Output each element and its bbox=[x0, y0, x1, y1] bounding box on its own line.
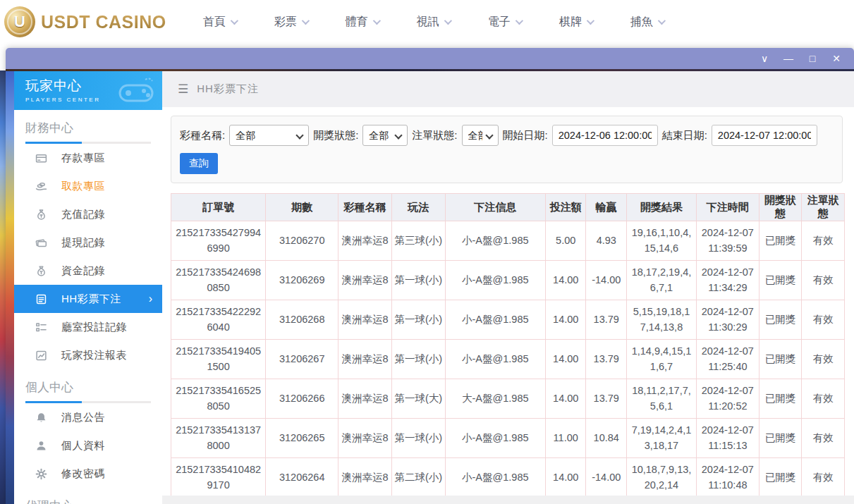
column-header: 開獎狀態 bbox=[759, 194, 802, 221]
table-cell: 小-A盤@1.985 bbox=[445, 300, 545, 340]
nav-item-label: 視訊 bbox=[417, 15, 439, 30]
draw-status-select[interactable]: 全部 bbox=[362, 125, 408, 146]
sidebar-item-withdrawal-record[interactable]: 提現記錄 bbox=[14, 228, 162, 257]
table-cell: 大-A盤@1.985 bbox=[445, 379, 545, 419]
close-button[interactable]: ✕ bbox=[826, 51, 847, 66]
table-cell: 5.00 bbox=[545, 221, 586, 261]
table-cell: 2152173354131378000 bbox=[171, 419, 266, 458]
sidebar-item-change-password[interactable]: 修改密碼 bbox=[14, 460, 162, 488]
sidebar-item-label: 提現記錄 bbox=[61, 236, 105, 250]
table-cell: 14.00 bbox=[545, 458, 586, 498]
table-cell: 31206268 bbox=[266, 300, 338, 340]
chevron-right-icon: › bbox=[149, 293, 152, 305]
column-header: 下注時間 bbox=[696, 194, 759, 221]
sidebar-sections: 財務中心 存款專區 取款專區 充值記錄 bbox=[14, 110, 162, 504]
table-cell: 7,19,14,2,4,13,18,17 bbox=[627, 419, 697, 458]
column-header: 玩法 bbox=[391, 194, 445, 221]
table-cell: 4.93 bbox=[586, 221, 627, 261]
chevron-down-icon bbox=[657, 17, 665, 25]
person-icon bbox=[35, 440, 47, 452]
order-status-select[interactable]: 全部 bbox=[462, 125, 499, 146]
chevron-down-icon bbox=[230, 17, 238, 25]
bottom-scroll-strip[interactable] bbox=[162, 496, 854, 504]
sidebar-item-hh-lottery-bets[interactable]: HH彩票下注 › bbox=[14, 285, 162, 313]
nav-item[interactable]: 捕魚 bbox=[630, 15, 664, 30]
withdraw-icon bbox=[35, 180, 47, 192]
gear-icon bbox=[35, 468, 47, 480]
brand-logo[interactable]: U USDT CASINO bbox=[4, 6, 166, 37]
table-cell: 31206269 bbox=[266, 261, 338, 300]
maximize-button[interactable]: □ bbox=[802, 51, 823, 66]
sidebar-item-label: 取款專區 bbox=[61, 180, 105, 193]
table-cell: 有效 bbox=[802, 458, 845, 498]
fundsbag-icon bbox=[35, 265, 47, 277]
table-cell: 1,14,9,4,15,11,6,7 bbox=[627, 340, 697, 379]
table-cell: 已開獎 bbox=[759, 419, 802, 458]
chevron-down-icon bbox=[515, 17, 523, 25]
table-cell: -14.00 bbox=[586, 458, 627, 498]
table-cell: 2152173354165258050 bbox=[171, 379, 266, 419]
table-cell: 2152173354279946990 bbox=[171, 221, 266, 261]
bell-icon bbox=[35, 412, 47, 424]
sidebar-item-profile[interactable]: 個人資料 bbox=[14, 431, 162, 460]
wallet-icon bbox=[35, 237, 47, 249]
table-cell: 已開獎 bbox=[759, 379, 802, 419]
nav-item[interactable]: 體育 bbox=[346, 15, 379, 30]
table-cell: 小-A盤@1.985 bbox=[445, 458, 545, 498]
search-button[interactable]: 查詢 bbox=[180, 153, 218, 174]
table-row: 215217335424698085031206269澳洲幸运8第一球(小)小-… bbox=[171, 261, 845, 300]
column-header: 開獎結果 bbox=[627, 194, 697, 221]
window-titlebar[interactable]: ∨—□✕ bbox=[6, 48, 854, 69]
sidebar-item-hall-bet-record[interactable]: 廳室投註記錄 bbox=[14, 313, 162, 341]
column-header: 投注額 bbox=[545, 194, 586, 221]
table-cell: 第一球(小) bbox=[391, 261, 445, 300]
draw-select-wrap: 全部 bbox=[362, 125, 408, 146]
table-cell: 14.00 bbox=[545, 379, 586, 419]
nav-item[interactable]: 首頁 bbox=[203, 15, 236, 30]
sidebar-item-announcements[interactable]: 消息公告 bbox=[14, 403, 162, 431]
table-cell: 2152173354222926040 bbox=[171, 300, 266, 340]
order-status-label: 注單狀態: bbox=[412, 129, 457, 142]
filter-panel: 彩種名稱: 全部 開獎狀態: 全部 注單狀態: 全部 開始日期: bbox=[171, 116, 843, 183]
sidebar-item-funds-record[interactable]: 資金記錄 bbox=[14, 257, 162, 285]
nav-item[interactable]: 電子 bbox=[488, 15, 521, 30]
column-header: 彩種名稱 bbox=[338, 194, 392, 221]
sidebar-section-title: 個人中心 bbox=[14, 369, 162, 403]
table-cell: 第一球(小) bbox=[391, 340, 445, 379]
column-header: 期數 bbox=[266, 194, 338, 221]
table-cell: 小-A盤@1.985 bbox=[445, 221, 545, 261]
sidebar-item-recharge-record[interactable]: 充值記錄 bbox=[14, 200, 162, 228]
start-date-input[interactable] bbox=[552, 125, 658, 146]
sidebar-item-deposit[interactable]: 存款專區 bbox=[14, 144, 162, 172]
table-row: 215217335419405150031206267澳洲幸运8第一球(小)小-… bbox=[171, 340, 845, 379]
nav-item[interactable]: 棋牌 bbox=[559, 15, 592, 30]
minimize-button[interactable]: — bbox=[778, 51, 799, 66]
nav-item[interactable]: 視訊 bbox=[417, 15, 450, 30]
sidebar-item-label: 資金記錄 bbox=[61, 264, 105, 278]
table-row: 215217335416525805031206266澳洲幸运8第一球(大)大-… bbox=[171, 379, 845, 419]
sidebar-item-withdraw[interactable]: 取款專區 bbox=[14, 172, 162, 200]
table-cell: -14.00 bbox=[586, 261, 627, 300]
table-cell: 已開獎 bbox=[759, 340, 802, 379]
table-cell: 2024-12-07 11:25:40 bbox=[696, 340, 759, 379]
sidebar-item-label: 個人資料 bbox=[61, 439, 105, 453]
sidebar-item-player-bet-report[interactable]: 玩家投注報表 bbox=[14, 341, 162, 369]
table-cell: 小-A盤@1.985 bbox=[445, 419, 545, 458]
hamburger-menu-icon[interactable]: ☰ bbox=[178, 82, 188, 97]
table-cell: 澳洲幸运8 bbox=[338, 261, 392, 300]
brand-name: USDT CASINO bbox=[41, 12, 166, 32]
sidebar-item-label: 充值記錄 bbox=[61, 208, 105, 221]
end-date-input[interactable] bbox=[712, 125, 817, 146]
table-cell: 14.00 bbox=[545, 340, 586, 379]
table-cell: 有效 bbox=[802, 340, 845, 379]
table-cell: 10,18,7,9,13,20,2,14 bbox=[627, 458, 697, 498]
table-cell: 31206264 bbox=[266, 458, 338, 498]
lottery-name-select[interactable]: 全部 bbox=[229, 125, 309, 146]
table-row: 215217335410482917031206264澳洲幸运8第二球(小)小-… bbox=[171, 458, 845, 498]
restore-down-button[interactable]: ∨ bbox=[754, 51, 775, 66]
table-cell: 18,11,2,17,7,5,6,1 bbox=[627, 379, 697, 419]
main-header: ☰ HH彩票下注 bbox=[162, 71, 854, 107]
lottery-name-label: 彩種名稱: bbox=[180, 129, 225, 142]
nav-item[interactable]: 彩票 bbox=[274, 15, 307, 30]
table-cell: 2152173354246980850 bbox=[171, 261, 266, 300]
